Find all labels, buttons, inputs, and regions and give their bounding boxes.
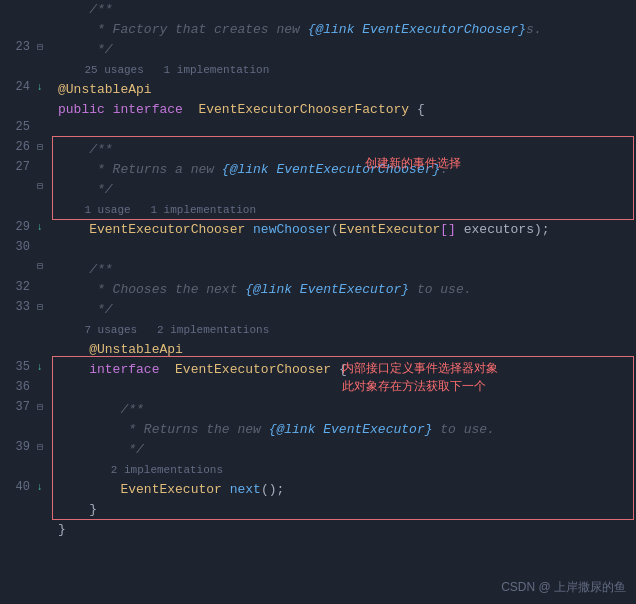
code-editor: /** * Factory that creates new {@link Ev… [0,0,636,604]
code-line: 39 ⊟ */ [0,440,636,460]
fold-icon[interactable]: ⊟ [32,41,48,53]
fold-icon[interactable]: ⊟ [32,441,48,453]
fold-icon[interactable]: ⊟ [32,141,48,153]
code-line: 33 ⊟ */ [0,300,636,320]
code-line: 37 ⊟ /** [0,400,636,420]
code-line: } [0,500,636,520]
fold-icon[interactable]: ⊟ [32,180,48,192]
code-line: 27 * Returns a new {@link EventExecutorC… [0,160,636,180]
code-line: 23 ⊟ */ [0,40,636,60]
fold-icon[interactable]: ⊟ [32,260,48,272]
usage-meta-line: 2 implementations [0,460,636,480]
code-line: 25 [0,120,636,140]
code-line: * Returns the new {@link EventExecutor} … [0,420,636,440]
arrow-icon[interactable]: ↓ [32,482,48,493]
code-line: 36 [0,380,636,400]
usage-meta-line: 25 usages 1 implementation [0,60,636,80]
code-line: public interface EventExecutorChooserFac… [0,100,636,120]
code-line: 40 ↓ EventExecutor next(); [0,480,636,500]
code-line: } [0,520,636,540]
code-line: @UnstableApi [0,340,636,360]
fold-icon[interactable]: ⊟ [32,301,48,313]
code-line: * Factory that creates new {@link EventE… [0,20,636,40]
code-line: /** [0,0,636,20]
code-line: 32 * Chooses the next {@link EventExecut… [0,280,636,300]
usage-meta-line: 1 usage 1 implementation [0,200,636,220]
fold-icon[interactable]: ⊟ [32,401,48,413]
watermark: CSDN @ 上岸撒尿的鱼 [501,579,626,596]
code-line: 30 [0,240,636,260]
code-line: 35 ↓ interface EventExecutorChooser { [0,360,636,380]
code-line: 24 ↓ @UnstableApi [0,80,636,100]
usage-meta-line: 7 usages 2 implementations [0,320,636,340]
code-line: ⊟ /** [0,260,636,280]
arrow-icon[interactable]: ↓ [32,222,48,233]
code-line: 26 ⊟ /** [0,140,636,160]
arrow-icon[interactable]: ↓ [32,82,48,93]
code-line: 29 ↓ EventExecutorChooser newChooser(Eve… [0,220,636,240]
arrow-icon[interactable]: ↓ [32,362,48,373]
code-line: ⊟ */ [0,180,636,200]
